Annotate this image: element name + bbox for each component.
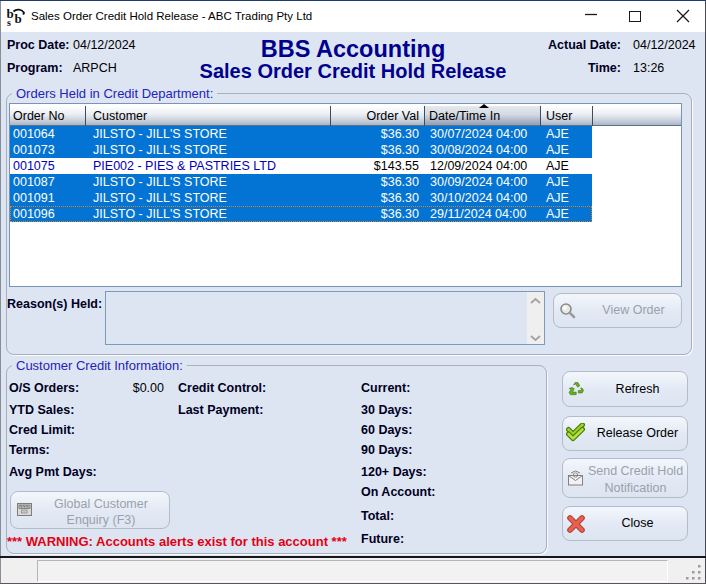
svg-text:s: s xyxy=(7,17,11,28)
svg-text:b: b xyxy=(15,11,22,26)
